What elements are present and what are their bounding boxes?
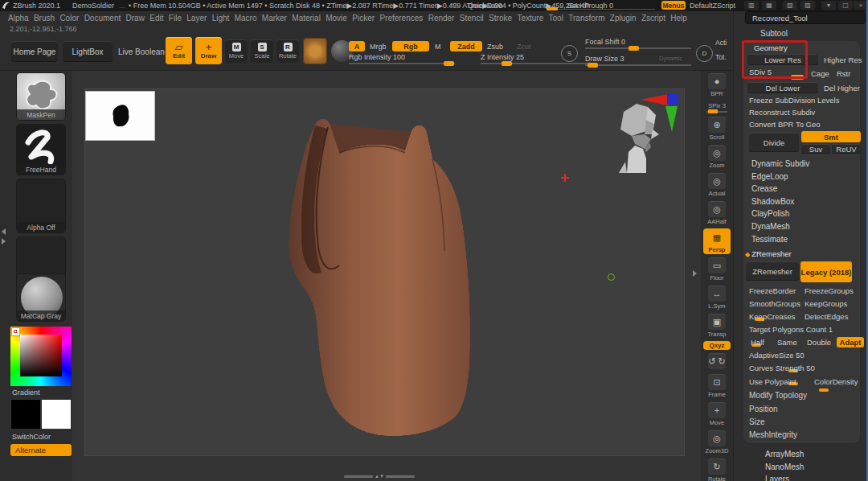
see-through-slider[interactable] (547, 9, 655, 10)
reconstruct-subdiv-button[interactable]: Reconstruct Subdiv (749, 108, 815, 117)
titlebar-divider-icon-1[interactable]: ▥ (744, 1, 759, 10)
draw-button[interactable]: + Draw (195, 37, 222, 64)
menu-draw[interactable]: Draw (126, 14, 145, 23)
section-dynamesh[interactable]: DynaMesh (749, 222, 809, 235)
right-shelf-zoom3d[interactable]: ◎ Zoom3D (703, 430, 731, 455)
draw-size-slider[interactable] (585, 64, 691, 66)
titlebar-divider-icon-2[interactable]: ▦ (762, 1, 776, 10)
right-shelf-zoom[interactable]: ◎ Zoom (703, 144, 731, 170)
right-shelf-xyz[interactable]: Qxyz (703, 341, 731, 350)
right-shelf-local-symmetry[interactable]: ↔ L.Sym (703, 285, 731, 310)
half-button[interactable]: Half (751, 338, 764, 347)
right-shelf-bpr[interactable]: ● BPR (703, 72, 731, 98)
menu-file[interactable]: File (169, 14, 182, 23)
menu-stroke[interactable]: Stroke (489, 14, 512, 23)
menu-preferences[interactable]: Preferences (379, 14, 423, 23)
right-tray-handle[interactable] (693, 270, 697, 277)
mesh-integrity-section[interactable]: MeshIntegrity (749, 430, 797, 439)
freeze-groups-toggle[interactable]: FreezeGroups (805, 286, 854, 295)
axis-gizmo[interactable] (639, 92, 681, 135)
right-shelf-floor[interactable]: ▭ Floor (703, 257, 731, 282)
zcut-toggle[interactable]: Zcut (517, 43, 531, 51)
curves-strength-slider[interactable]: Curves Strength 50 (749, 364, 815, 372)
rgb-toggle[interactable]: Rgb (392, 41, 429, 51)
dynamic-label[interactable]: Dynamic (659, 55, 682, 62)
menu-brush[interactable]: Brush (34, 14, 55, 23)
focal-shift-slider[interactable] (585, 47, 691, 49)
menu-macro[interactable]: Macro (235, 14, 257, 23)
zremesher-button[interactable]: ZRemesher (746, 261, 799, 281)
mode-a-toggle[interactable]: A (349, 41, 365, 51)
adapt-toggle[interactable]: Adapt (837, 337, 864, 347)
quicksave-button[interactable]: QuickSave (468, 2, 503, 10)
see-through-slider-handle[interactable] (547, 7, 558, 10)
lightbox-button[interactable]: LightBox (63, 41, 113, 62)
stroke-s-icon[interactable]: S (561, 45, 578, 62)
rstr-button[interactable]: Rstr (837, 69, 850, 78)
menu-alpha[interactable]: Alpha (8, 14, 29, 23)
right-shelf-aahalf[interactable]: ◎ AAHalf (703, 200, 731, 226)
freeze-subdivision-button[interactable]: Freeze SubDivision Levels (749, 96, 839, 105)
keep-groups-toggle[interactable]: KeepGroups (805, 299, 847, 308)
same-button[interactable]: Same (777, 338, 797, 347)
menu-transform[interactable]: Transform (568, 14, 604, 23)
move-button[interactable]: MMove (225, 39, 248, 63)
rgb-intensity-slider[interactable] (349, 63, 455, 64)
live-boolean-button[interactable]: Live Boolean (118, 47, 165, 56)
menu-help[interactable]: Help (670, 14, 687, 23)
menu-render[interactable]: Render (428, 14, 455, 23)
recovered-tool-button[interactable]: Recovered_Tool (745, 11, 866, 24)
right-shelf-transp[interactable]: ▣ Transp (703, 313, 731, 339)
right-shelf-rotate-canvas[interactable]: ↻ Rotate (703, 458, 731, 481)
scale-button[interactable]: SScale (251, 39, 273, 63)
adaptive-size-slider[interactable]: AdaptiveSize 50 (749, 351, 805, 360)
right-shelf-persp[interactable]: ▦ Persp (703, 228, 731, 254)
smooth-groups-slider[interactable]: SmoothGroups (749, 299, 800, 308)
gradient-label[interactable]: Gradient (12, 388, 40, 397)
titlebar-divider-icon-3[interactable]: ▧ (783, 1, 797, 10)
cage-button[interactable]: Cage (811, 69, 829, 78)
detect-edges-toggle[interactable]: DetectEdges (805, 312, 848, 321)
double-button[interactable]: Double (807, 338, 831, 347)
tank-top-mesh[interactable] (265, 113, 490, 442)
stroke-thumbnail-freehand[interactable]: FreeHand (16, 124, 66, 175)
stroke-d-icon[interactable]: D (696, 45, 713, 62)
menu-movie[interactable]: Movie (326, 14, 347, 23)
color-density-handle[interactable] (819, 388, 829, 392)
menu-color[interactable]: Color (59, 14, 79, 23)
left-shelf-split-handle[interactable] (2, 228, 6, 235)
home-page-button[interactable]: Home Page (11, 41, 58, 62)
menu-zscript[interactable]: Zscript (641, 14, 665, 23)
default-zscript-label[interactable]: DefaultZScript (690, 2, 735, 10)
main-color-swatch[interactable] (10, 399, 41, 430)
menu-document[interactable]: Document (84, 14, 121, 23)
section-edgeloop[interactable]: EdgeLoop (749, 172, 809, 185)
convert-bpr-button[interactable]: Convert BPR To Geo (749, 120, 821, 129)
edit-button[interactable]: ▱ Edit (166, 37, 192, 64)
del-higher-button[interactable]: Del Higher (824, 84, 860, 92)
brush-thumbnail-maskpen[interactable]: MaskPen (16, 72, 66, 121)
section-shadowbox[interactable]: ShadowBox (749, 197, 809, 210)
size-section[interactable]: Size (749, 417, 764, 426)
color-picker[interactable] (10, 327, 72, 386)
suv-toggle[interactable]: Suv (801, 144, 830, 154)
minimize-icon[interactable]: ▾ (821, 1, 836, 10)
alternate-button[interactable]: Alternate (10, 444, 72, 456)
section-crease[interactable]: Crease (749, 184, 809, 197)
right-shelf-actual[interactable]: ◎ Actual (703, 172, 731, 198)
position-section[interactable]: Position (749, 405, 778, 413)
color-saturation-square[interactable] (20, 335, 62, 376)
right-shelf-frame[interactable]: ⊡ Frame (703, 373, 731, 399)
current-brush-thumbnail[interactable] (303, 38, 327, 64)
rotate-button[interactable]: RRotate (276, 39, 299, 63)
del-lower-button[interactable]: Del Lower (747, 82, 818, 93)
z-intensity-slider[interactable] (481, 63, 595, 64)
reuv-button[interactable]: ReUV (832, 144, 861, 154)
restore-icon[interactable]: ▢ (838, 1, 853, 10)
alpha-thumbnail[interactable]: Alpha Off (16, 179, 66, 233)
palette-section-layers[interactable]: Layers (765, 475, 804, 481)
color-density-slider[interactable]: ColorDensity (814, 377, 858, 386)
zadd-toggle[interactable]: Zadd (450, 41, 482, 51)
menu-texture[interactable]: Texture (517, 14, 543, 23)
smt-toggle[interactable]: Smt (801, 131, 861, 142)
